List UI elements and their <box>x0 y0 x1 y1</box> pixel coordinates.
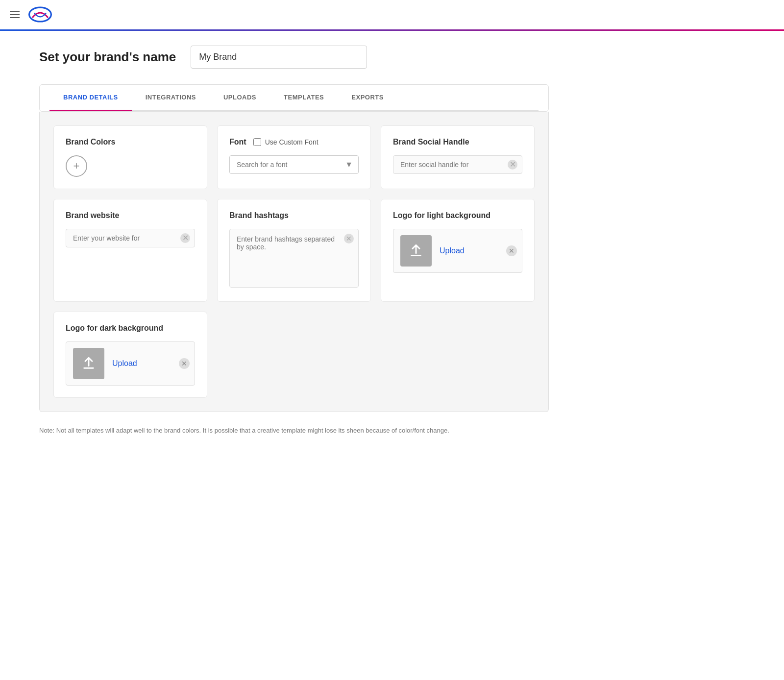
hashtags-textarea-wrapper: ✕ <box>229 229 359 290</box>
logo-light-upload-area: Upload ✕ <box>393 229 522 273</box>
tab-exports[interactable]: EXPORTS <box>338 85 397 111</box>
logo-light-upload-button[interactable]: Upload <box>440 246 465 255</box>
custom-font-label: Use Custom Font <box>265 138 318 146</box>
brand-website-title: Brand website <box>66 211 195 220</box>
tab-uploads[interactable]: UPLOADS <box>210 85 270 111</box>
cards-row-3: Logo for dark background Upload ✕ <box>53 312 535 398</box>
footer-note: Note: Not all templates will adapt well … <box>39 426 549 436</box>
logo-dark-upload-area: Upload ✕ <box>66 341 195 386</box>
tab-brand-details[interactable]: BRAND DETAILS <box>49 85 132 111</box>
hamburger-menu-icon[interactable] <box>10 11 20 18</box>
cards-row-1: Brand Colors + Font Use Custom Font ▼ <box>53 125 535 189</box>
brand-hashtags-title: Brand hashtags <box>229 211 359 220</box>
logo-dark-card: Logo for dark background Upload ✕ <box>53 312 207 398</box>
brand-colors-title: Brand Colors <box>66 138 195 146</box>
logo-light-clear-icon[interactable]: ✕ <box>506 245 517 256</box>
app-logo <box>28 6 52 24</box>
header <box>0 0 784 29</box>
tab-templates[interactable]: TEMPLATES <box>270 85 338 111</box>
brand-social-card: Brand Social Handle ✕ <box>381 125 535 189</box>
custom-font-checkbox-label[interactable]: Use Custom Font <box>253 138 318 146</box>
font-search-input[interactable] <box>229 155 359 174</box>
add-color-button[interactable]: + <box>66 155 87 177</box>
brand-website-card: Brand website ✕ <box>53 199 207 302</box>
tabs-container: BRAND DETAILS INTEGRATIONS UPLOADS TEMPL… <box>39 84 549 112</box>
social-clear-icon[interactable]: ✕ <box>508 160 517 170</box>
font-search-wrapper: ▼ <box>229 155 359 174</box>
logo-light-card: Logo for light background Upload ✕ <box>381 199 535 302</box>
svg-point-0 <box>29 7 51 22</box>
custom-font-checkbox[interactable] <box>253 138 261 146</box>
logo-dark-title: Logo for dark background <box>66 324 195 333</box>
font-card: Font Use Custom Font ▼ <box>217 125 371 189</box>
content-area: Brand Colors + Font Use Custom Font ▼ <box>39 112 549 412</box>
logo-light-title: Logo for light background <box>393 211 522 220</box>
brand-social-title: Brand Social Handle <box>393 138 522 146</box>
tab-integrations[interactable]: INTEGRATIONS <box>132 85 210 111</box>
brand-colors-card: Brand Colors + <box>53 125 207 189</box>
website-input-wrapper: ✕ <box>66 229 195 247</box>
upload-arrow-icon <box>409 244 423 258</box>
logo-light-upload-thumb <box>400 235 432 267</box>
social-handle-input[interactable] <box>393 155 522 174</box>
font-header: Font Use Custom Font <box>229 138 359 146</box>
logo-dark-upload-thumb <box>73 348 104 379</box>
hashtags-textarea[interactable] <box>229 229 359 288</box>
social-input-wrapper: ✕ <box>393 155 522 174</box>
font-label: Font <box>229 138 246 146</box>
upload-arrow-dark-icon <box>82 357 96 370</box>
brand-name-section: Set your brand's name <box>39 46 549 69</box>
hashtags-clear-icon[interactable]: ✕ <box>344 234 354 243</box>
tabs-bar: BRAND DETAILS INTEGRATIONS UPLOADS TEMPL… <box>49 85 539 111</box>
page-content: Set your brand's name BRAND DETAILS INTE… <box>0 31 588 465</box>
logo-dark-upload-button[interactable]: Upload <box>112 359 137 368</box>
website-clear-icon[interactable]: ✕ <box>180 233 190 243</box>
logo-dark-clear-icon[interactable]: ✕ <box>179 358 190 369</box>
brand-hashtags-card: Brand hashtags ✕ <box>217 199 371 302</box>
brand-name-label: Set your brand's name <box>39 49 176 65</box>
brand-name-input[interactable] <box>191 46 367 69</box>
cards-row-2: Brand website ✕ Brand hashtags ✕ Logo fo… <box>53 199 535 302</box>
brand-website-input[interactable] <box>66 229 195 247</box>
